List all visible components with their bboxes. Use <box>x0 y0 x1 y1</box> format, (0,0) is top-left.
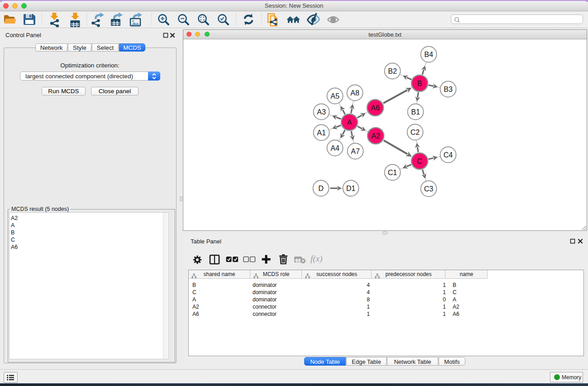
svg-text:B2: B2 <box>388 67 397 75</box>
svg-text:B3: B3 <box>444 86 453 93</box>
svg-text:A2: A2 <box>371 132 380 140</box>
svg-text:A8: A8 <box>350 89 359 97</box>
svg-text:B4: B4 <box>424 51 433 58</box>
svg-text:A5: A5 <box>330 92 339 100</box>
svg-text:D: D <box>318 185 324 192</box>
svg-text:A6: A6 <box>371 104 380 112</box>
svg-text:D1: D1 <box>346 185 356 192</box>
svg-text:A3: A3 <box>317 108 326 116</box>
svg-text:C4: C4 <box>444 151 453 159</box>
svg-text:A1: A1 <box>317 129 326 137</box>
svg-text:C: C <box>417 157 422 165</box>
svg-text:C1: C1 <box>388 169 397 176</box>
svg-text:A7: A7 <box>351 148 360 155</box>
svg-text:A: A <box>347 119 352 126</box>
svg-text:B: B <box>417 80 422 87</box>
svg-text:C3: C3 <box>424 185 434 193</box>
svg-text:A4: A4 <box>330 144 339 152</box>
svg-text:B1: B1 <box>411 108 420 116</box>
svg-text:C2: C2 <box>411 129 420 136</box>
